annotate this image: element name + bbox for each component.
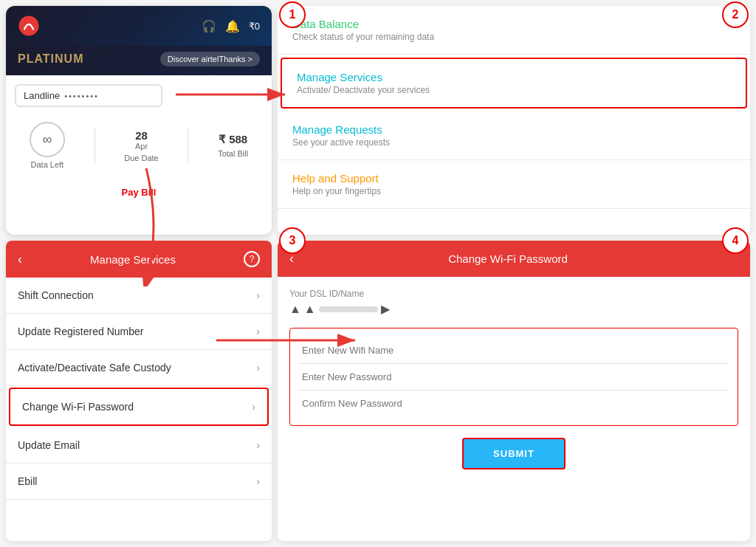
dsl-label: Your DSL ID/Name xyxy=(289,289,738,299)
phone-subheader: PLATINUM Discover airtelThanks > xyxy=(6,46,272,75)
due-date-stat: 28 Apr Due Date xyxy=(124,129,158,162)
dsl-icons-row: ▲ ▲ ▶ xyxy=(289,302,738,316)
update-email-label: Update Email xyxy=(18,439,80,451)
main-container: 1 2 🎧 🔔 ₹0 PLATINUM Discov xyxy=(0,0,756,547)
dsl-dots xyxy=(319,306,378,312)
phone-card: 🎧 🔔 ₹0 PLATINUM Discover airtelThanks > … xyxy=(6,6,272,235)
data-balance-title: Data Balance xyxy=(292,18,735,30)
help-icon[interactable]: ? xyxy=(244,251,260,267)
menu-item-data-balance[interactable]: Data Balance Check status of your remain… xyxy=(278,6,750,55)
stat-divider-2 xyxy=(188,127,188,164)
step-1-badge: 1 xyxy=(279,1,306,28)
chevron-custody-icon: › xyxy=(256,362,260,374)
chevron-ebill-icon: › xyxy=(256,475,260,487)
total-bill-label: Total Bill xyxy=(218,149,248,158)
step-4-badge: 4 xyxy=(722,227,749,254)
wifi-password-label: Change Wi-Fi Password xyxy=(22,401,134,413)
data-left-stat: ∞ Data Left xyxy=(30,122,65,169)
account-number-dots: •••••••• xyxy=(64,92,99,100)
bottom-section: 3 4 ‹ Manage Services ? Shift Connection… xyxy=(6,241,750,541)
wifi-body: Your DSL ID/Name ▲ ▲ ▶ SUBMIT xyxy=(278,277,750,541)
due-date-value: 28 xyxy=(135,129,148,142)
tier-label: PLATINUM xyxy=(18,52,83,66)
manage-services-panel-title: Manage Services xyxy=(90,253,176,266)
manage-services-header: ‹ Manage Services ? xyxy=(6,241,272,278)
ebill-label: Ebill xyxy=(18,475,37,487)
wifi-panel: ‹ Change Wi-Fi Password Your DSL ID/Name… xyxy=(278,241,750,541)
manage-services-panel: ‹ Manage Services ? Shift Connection › U… xyxy=(6,241,272,541)
phone-body: Landline •••••••• ∞ Data Left 28 Apr D xyxy=(6,75,272,235)
wifi-confirm-password-input[interactable] xyxy=(299,391,729,416)
stats-row: ∞ Data Left 28 Apr Due Date ₹ xyxy=(15,116,263,175)
due-date-label: Due Date xyxy=(124,154,158,162)
discover-button[interactable]: Discover airtelThanks > xyxy=(160,52,260,66)
account-selector[interactable]: Landline •••••••• xyxy=(15,84,162,107)
manage-services-title: Manage Services xyxy=(297,71,731,83)
update-number-label: Update Registered Number xyxy=(18,326,143,337)
router-icon-2: ▲ xyxy=(304,303,316,316)
chevron-wifi-icon: › xyxy=(252,401,255,413)
router-icon-3: ▶ xyxy=(381,302,390,316)
service-shift-connection[interactable]: Shift Connection › xyxy=(6,278,272,314)
stat-divider-1 xyxy=(94,127,95,164)
chevron-shift-icon: › xyxy=(256,289,260,301)
pay-bill-button[interactable]: Pay Bill xyxy=(15,181,263,204)
service-update-number[interactable]: Update Registered Number › xyxy=(6,314,272,350)
back-button[interactable]: ‹ xyxy=(18,252,22,267)
chevron-update-icon: › xyxy=(256,326,260,337)
wifi-password-input[interactable] xyxy=(299,364,729,391)
manage-requests-sub: See your active requests xyxy=(292,137,735,148)
infinity-icon: ∞ xyxy=(30,122,65,157)
wifi-name-input[interactable] xyxy=(299,337,729,364)
service-safe-custody[interactable]: Activate/Deactivate Safe Custody › xyxy=(6,350,272,386)
top-menu-panel: Data Balance Check status of your remain… xyxy=(278,6,750,235)
step-2-badge: 2 xyxy=(722,1,749,28)
headset-icon: 🎧 xyxy=(202,19,216,33)
step-3-badge: 3 xyxy=(279,227,306,254)
help-support-sub: Help on your fingertips xyxy=(292,186,735,196)
service-ebill[interactable]: Ebill › xyxy=(6,464,272,500)
shift-connection-label: Shift Connection xyxy=(18,289,94,301)
top-section: 1 2 🎧 🔔 ₹0 PLATINUM Discov xyxy=(6,6,750,235)
wifi-panel-title: Change Wi-Fi Password xyxy=(448,252,568,265)
help-support-title: Help and Support xyxy=(292,172,735,185)
total-bill-stat: ₹ 588 Total Bill xyxy=(218,133,248,158)
notification-icon: 🔔 xyxy=(225,19,240,33)
wifi-form-box xyxy=(289,328,738,426)
menu-item-manage-requests[interactable]: Manage Requests See your active requests xyxy=(278,111,750,160)
wallet-icon: ₹0 xyxy=(249,21,260,32)
due-date-month: Apr xyxy=(135,142,148,151)
menu-item-manage-services[interactable]: Manage Services Activate/ Deactivate you… xyxy=(281,58,747,109)
service-update-email[interactable]: Update Email › xyxy=(6,427,272,464)
service-wifi-password[interactable]: Change Wi-Fi Password › xyxy=(9,388,269,426)
total-bill-value: ₹ 588 xyxy=(219,133,247,146)
phone-header: 🎧 🔔 ₹0 xyxy=(6,6,272,46)
data-balance-sub: Check status of your remaining data xyxy=(292,32,735,42)
wifi-panel-header: ‹ Change Wi-Fi Password xyxy=(278,241,750,277)
menu-item-help-support[interactable]: Help and Support Help on your fingertips xyxy=(278,160,750,209)
data-left-label: Data Left xyxy=(31,160,64,169)
manage-requests-title: Manage Requests xyxy=(292,123,735,136)
svg-point-0 xyxy=(19,16,39,36)
submit-button[interactable]: SUBMIT xyxy=(462,438,566,469)
header-icons: 🎧 🔔 ₹0 xyxy=(202,19,260,33)
router-icon-1: ▲ xyxy=(289,303,301,316)
safe-custody-label: Activate/Deactivate Safe Custody xyxy=(18,362,171,374)
airtel-logo-icon xyxy=(18,15,40,37)
chevron-email-icon: › xyxy=(256,439,260,451)
account-label: Landline xyxy=(24,90,60,101)
manage-services-sub: Activate/ Deactivate your services xyxy=(297,85,731,95)
